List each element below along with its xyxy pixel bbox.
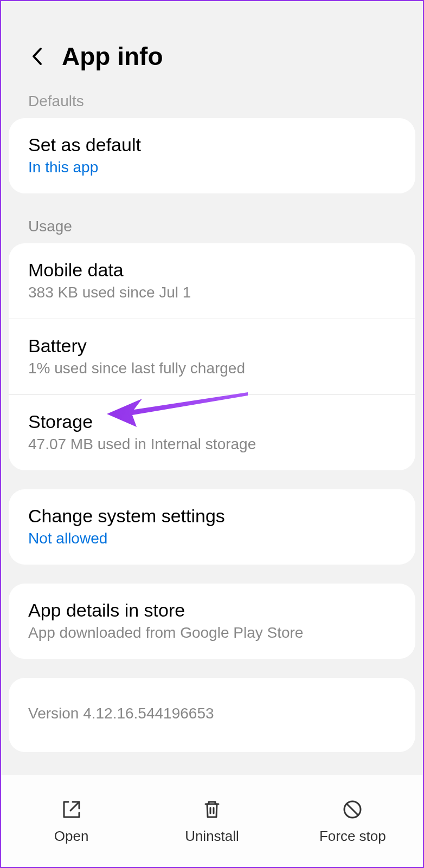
bottom-bar: Open Uninstall Force stop: [0, 775, 424, 867]
header: App info: [1, 1, 423, 93]
force-stop-label: Force stop: [319, 828, 386, 845]
usage-card: Mobile data 383 KB used since Jul 1 Batt…: [9, 243, 415, 470]
version-card: Version 4.12.16.544196653: [9, 678, 415, 752]
app-details-card: App details in store App downloaded from…: [9, 584, 415, 659]
storage-subtitle: 47.07 MB used in Internal storage: [28, 436, 396, 453]
page-title: App info: [62, 42, 163, 71]
change-system-settings-title: Change system settings: [28, 506, 396, 527]
force-stop-button[interactable]: Force stop: [282, 798, 423, 845]
change-system-settings-row[interactable]: Change system settings Not allowed: [9, 489, 415, 565]
section-label-usage: Usage: [1, 212, 423, 243]
version-text: Version 4.12.16.544196653: [28, 705, 396, 722]
set-as-default-row[interactable]: Set as default In this app: [9, 118, 415, 193]
battery-subtitle: 1% used since last fully charged: [28, 360, 396, 377]
mobile-data-title: Mobile data: [28, 260, 396, 281]
mobile-data-subtitle: 383 KB used since Jul 1: [28, 284, 396, 301]
section-label-defaults: Defaults: [1, 93, 423, 118]
app-details-title: App details in store: [28, 600, 396, 621]
storage-title: Storage: [28, 411, 396, 432]
change-system-settings-subtitle: Not allowed: [28, 530, 396, 547]
battery-row[interactable]: Battery 1% used since last fully charged: [9, 319, 415, 394]
app-details-row[interactable]: App details in store App downloaded from…: [9, 584, 415, 659]
open-icon: [60, 798, 83, 821]
defaults-card: Set as default In this app: [9, 118, 415, 193]
set-as-default-subtitle: In this app: [28, 159, 396, 176]
uninstall-label: Uninstall: [185, 828, 239, 845]
trash-icon: [200, 798, 224, 821]
back-button[interactable]: [28, 48, 46, 65]
app-details-subtitle: App downloaded from Google Play Store: [28, 624, 396, 642]
stop-icon: [341, 798, 364, 821]
uninstall-button[interactable]: Uninstall: [142, 798, 282, 845]
chevron-left-icon: [31, 47, 42, 66]
mobile-data-row[interactable]: Mobile data 383 KB used since Jul 1: [9, 243, 415, 319]
battery-title: Battery: [28, 335, 396, 357]
open-button[interactable]: Open: [1, 798, 142, 845]
storage-row[interactable]: Storage 47.07 MB used in Internal storag…: [9, 394, 415, 470]
set-as-default-title: Set as default: [28, 134, 396, 156]
system-settings-card: Change system settings Not allowed: [9, 489, 415, 565]
open-label: Open: [54, 828, 89, 845]
